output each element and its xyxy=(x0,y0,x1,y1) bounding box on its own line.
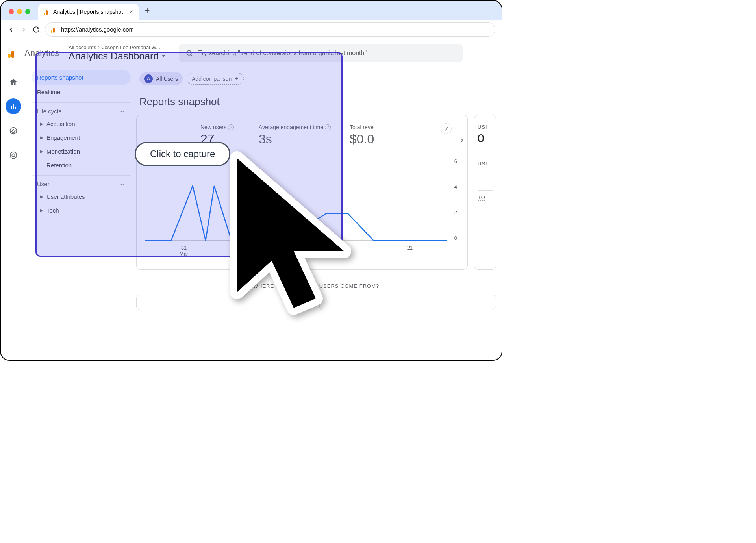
close-tab-icon[interactable]: × xyxy=(129,8,133,15)
search-placeholder: Try searching "trend of conversions from… xyxy=(198,50,367,57)
section-title: WHERE DO YOUR NEW USERS COME FROM? xyxy=(136,283,496,289)
info-icon[interactable]: ? xyxy=(228,124,234,130)
browser-toolbar: https://analytics.google.com xyxy=(1,20,502,39)
add-comparison-button[interactable]: Add comparison + xyxy=(187,73,244,85)
nav-reports-snapshot[interactable]: Reports snapshot xyxy=(32,70,131,85)
svg-rect-1 xyxy=(11,106,12,109)
segment-all-users[interactable]: A All Users xyxy=(139,72,183,85)
chart-line xyxy=(145,158,447,241)
back-button[interactable] xyxy=(7,26,15,33)
nav-realtime[interactable]: Realtime xyxy=(32,85,131,99)
maximize-window-icon[interactable] xyxy=(25,9,30,14)
nav-retention[interactable]: Retention xyxy=(32,158,131,172)
segment-badge: A xyxy=(144,74,153,83)
info-icon[interactable]: ? xyxy=(325,124,331,130)
nav-section-user[interactable]: User ︿ xyxy=(32,175,131,190)
y-axis-labels: 6 4 2 0 xyxy=(454,158,457,241)
address-bar[interactable]: https://analytics.google.com xyxy=(45,22,495,37)
tab-title: Analytics | Reports snapshot xyxy=(53,9,123,15)
bottom-cards xyxy=(136,295,496,310)
content-area: A All Users Add comparison + Reports sna… xyxy=(136,67,502,360)
triangle-right-icon: ▶ xyxy=(40,208,43,213)
advertising-icon[interactable] xyxy=(6,147,21,163)
close-window-icon[interactable] xyxy=(9,9,14,14)
nav-section-lifecycle[interactable]: Life cycle ︿ xyxy=(32,102,131,117)
product-name: Analytics xyxy=(24,48,59,58)
triangle-right-icon: ▶ xyxy=(40,195,43,199)
chevron-down-icon: ▼ xyxy=(161,53,166,59)
forward-button[interactable] xyxy=(20,26,28,33)
metrics-card: ✓ › New users? 27 Average engagement tim… xyxy=(136,115,468,270)
main-layout: Reports snapshot Realtime Life cycle ︿ ▶… xyxy=(1,67,502,360)
metric-total-revenue[interactable]: Total reve $0.0 xyxy=(350,124,389,146)
search-icon xyxy=(185,49,193,57)
home-icon[interactable] xyxy=(6,74,21,90)
chevron-right-icon[interactable]: › xyxy=(461,135,463,145)
nav-engagement[interactable]: ▶Engagement xyxy=(32,131,131,145)
svg-point-0 xyxy=(187,50,192,55)
page-title: Reports snapshot xyxy=(136,89,496,115)
click-to-capture-button[interactable]: Click to capture xyxy=(135,142,230,166)
url-text: https://analytics.google.com xyxy=(61,26,134,33)
svg-rect-3 xyxy=(15,107,16,109)
new-tab-button[interactable]: + xyxy=(145,6,150,16)
browser-tab-strip: Analytics | Reports snapshot × + xyxy=(1,1,502,20)
browser-tab[interactable]: Analytics | Reports snapshot × xyxy=(38,4,139,20)
triangle-right-icon: ▶ xyxy=(40,135,43,140)
metric-avg-engagement[interactable]: Average engagement time? 3s xyxy=(259,124,331,146)
favicon-analytics-icon xyxy=(44,9,50,15)
bottom-card-right xyxy=(319,295,496,310)
chevron-up-icon: ︿ xyxy=(120,180,125,187)
side-navigation: Reports snapshot Realtime Life cycle ︿ ▶… xyxy=(26,67,136,360)
dashboard-title: Analytics Dashboard xyxy=(69,50,159,62)
left-rail xyxy=(1,67,26,360)
bottom-card-left xyxy=(136,295,313,310)
segment-pills: A All Users Add comparison + xyxy=(136,72,496,89)
segment-label: All Users xyxy=(156,76,178,82)
reload-button[interactable] xyxy=(32,26,40,33)
users-chart: 6 4 2 0 31Mar 07Apr 14 xyxy=(145,158,459,261)
nav-tech[interactable]: ▶Tech xyxy=(32,204,131,217)
plus-icon: + xyxy=(235,75,238,82)
minimize-window-icon[interactable] xyxy=(17,9,22,14)
nav-acquisition[interactable]: ▶Acquisition xyxy=(32,117,131,131)
explore-icon[interactable] xyxy=(6,123,21,139)
x-axis-labels: 31Mar 07Apr 14 21 xyxy=(145,245,447,257)
favicon-analytics-icon xyxy=(51,26,57,33)
reports-icon[interactable] xyxy=(6,98,21,114)
search-input[interactable]: Try searching "trend of conversions from… xyxy=(179,44,463,62)
svg-rect-2 xyxy=(13,104,14,109)
analytics-logo-icon xyxy=(8,48,19,59)
chevron-up-icon: ︿ xyxy=(120,107,125,115)
breadcrumb: All accounts > Joseph Lee Personal W... xyxy=(69,44,166,50)
side-card: USI 0 USI TO xyxy=(474,115,496,270)
nav-user-attributes[interactable]: ▶User attributes xyxy=(32,190,131,204)
check-icon[interactable]: ✓ xyxy=(441,123,452,134)
window-controls xyxy=(9,9,30,14)
triangle-right-icon: ▶ xyxy=(40,122,43,126)
triangle-right-icon: ▶ xyxy=(40,149,43,154)
svg-point-6 xyxy=(12,154,15,156)
nav-monetization[interactable]: ▶Monetization xyxy=(32,145,131,158)
account-selector[interactable]: All accounts > Joseph Lee Personal W... … xyxy=(69,44,166,62)
ga-header: Analytics All accounts > Joseph Lee Pers… xyxy=(1,39,502,67)
